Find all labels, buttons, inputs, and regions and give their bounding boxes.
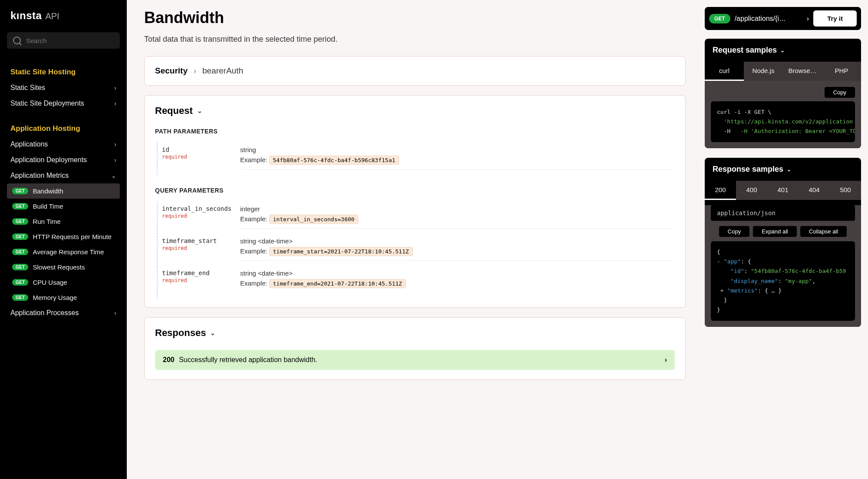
param-name: timeframe_start [162, 237, 240, 244]
param-required: required [162, 154, 240, 160]
tab-nodejs[interactable]: Node.js [744, 62, 783, 81]
param-example: 54fb80af-576c-4fdc-ba4f-b596c83f15a1 [269, 156, 399, 165]
response-200-text: 200 Successfully retrieved application b… [163, 356, 317, 364]
sidebar-sub-avg-response-time[interactable]: GET Average Response Time [7, 244, 120, 259]
search-icon [13, 37, 21, 44]
sidebar-item-static-site-deployments[interactable]: Static Site Deployments › [7, 96, 120, 111]
request-heading[interactable]: Request ⌄ [155, 105, 675, 116]
chevron-right-icon: › [114, 309, 116, 316]
request-samples-header[interactable]: Request samples ⌄ [705, 39, 861, 62]
tryit-method-pill: GET [709, 14, 730, 23]
sidebar-item-label: Static Site Deployments [10, 100, 84, 107]
sidebar-sub-label: CPU Usage [33, 279, 67, 286]
example-label: Example: [240, 215, 267, 223]
sidebar-section-static-site-hosting: Static Site Hosting [7, 64, 120, 80]
chevron-right-icon: › [665, 356, 667, 364]
json-value: "54fb80af-576c-4fdc-ba4f-b59 [751, 268, 846, 274]
chevron-down-icon: ⌄ [210, 329, 215, 336]
method-pill: GET [12, 218, 28, 225]
security-scheme: bearerAuth [202, 66, 243, 76]
responses-panel: Responses ⌄ 200 Successfully retrieved a… [144, 317, 686, 380]
responses-heading[interactable]: Responses ⌄ [155, 327, 675, 339]
chevron-right-icon: › [114, 141, 116, 148]
sidebar-item-label: Application Metrics [10, 172, 69, 180]
page-title: Bandwidth [144, 9, 686, 27]
sidebar-item-application-metrics[interactable]: Application Metrics ⌄ [7, 168, 120, 183]
sidebar-sub-slowest-requests[interactable]: GET Slowest Requests [7, 259, 120, 275]
param-required: required [162, 277, 240, 283]
search-input[interactable] [26, 37, 114, 44]
tryit-button[interactable]: Try it [813, 10, 857, 27]
sidebar-sub-label: Run Time [33, 218, 60, 225]
security-label: Security [155, 66, 188, 76]
request-panel: Request ⌄ PATH PARAMETERS id required st… [144, 95, 686, 308]
sidebar-sub-cpu-usage[interactable]: GET CPU Usage [7, 275, 120, 290]
example-label: Example: [240, 279, 267, 287]
code-line: -H -H 'Authorization: Bearer <YOUR_TOKEN… [717, 128, 855, 134]
sidebar-item-application-processes[interactable]: Application Processes › [7, 305, 120, 321]
tab-200[interactable]: 200 [705, 181, 736, 200]
path-param-id: id required string Example:54fb80af-576c… [157, 143, 675, 175]
query-param-timeframe-end: timeframe_end required string <date-time… [157, 266, 675, 298]
response-200-row[interactable]: 200 Successfully retrieved application b… [155, 350, 675, 370]
sidebar-sub-bandwidth[interactable]: GET Bandwidth [7, 183, 120, 199]
chevron-right-icon: › [114, 156, 116, 163]
sidebar-sub-label: Average Response Time [33, 248, 104, 256]
tab-404[interactable]: 404 [799, 181, 830, 200]
param-name: timeframe_end [162, 269, 240, 276]
copy-button[interactable]: Copy [825, 87, 855, 98]
sidebar-section-application-hosting: Application Hosting [7, 121, 120, 136]
responses-heading-text: Responses [155, 327, 206, 339]
json-value: "my-app" [785, 278, 812, 284]
tryit-bar: GET /applications/{i… › Try it [705, 7, 861, 30]
response-msg: Successfully retrieved application bandw… [179, 356, 317, 363]
sidebar-sub-http-requests[interactable]: GET HTTP Requests per Minute [7, 229, 120, 244]
tab-php[interactable]: PHP [822, 62, 861, 81]
tab-401[interactable]: 401 [767, 181, 799, 200]
sidebar-sub-label: Slowest Requests [33, 263, 85, 271]
page-description: Total data that is transmitted in the se… [144, 35, 686, 44]
param-example: interval_in_seconds=3600 [269, 215, 359, 224]
sidebar-sub-build-time[interactable]: GET Build Time [7, 199, 120, 214]
content-type: application/json [711, 205, 855, 221]
sidebar-sub-memory-usage[interactable]: GET Memory Usage [7, 290, 120, 305]
sidebar-item-static-sites[interactable]: Static Sites › [7, 80, 120, 96]
request-sample-code: curl -i -X GET \ 'https://api.kinsta.com… [711, 101, 855, 142]
sidebar-item-label: Application Deployments [10, 156, 87, 164]
tab-500[interactable]: 500 [830, 181, 861, 200]
sidebar-sub-application-metrics: GET Bandwidth GET Build Time GET Run Tim… [7, 183, 120, 305]
logo: kınsta API [7, 10, 120, 22]
sidebar-item-label: Application Processes [10, 309, 79, 317]
response-samples-tabs: 200 400 401 404 500 [705, 181, 861, 200]
json-key: "metrics" [727, 287, 758, 294]
chevron-down-icon: ⌄ [780, 47, 785, 53]
response-code: 200 [163, 356, 175, 363]
sidebar-sub-label: HTTP Requests per Minute [33, 233, 111, 240]
tab-browser[interactable]: Browse… [783, 62, 822, 81]
sidebar-sub-label: Build Time [33, 203, 63, 210]
sidebar-item-applications[interactable]: Applications › [7, 136, 120, 152]
param-required: required [162, 245, 240, 251]
tab-curl[interactable]: curl [705, 62, 744, 81]
chevron-down-icon: ⌄ [197, 107, 202, 114]
collapse-icon[interactable]: - [717, 257, 721, 266]
sidebar-sub-run-time[interactable]: GET Run Time [7, 214, 120, 229]
expand-icon[interactable]: + [720, 286, 725, 296]
request-samples-tabs: curl Node.js Browse… PHP [705, 62, 861, 81]
param-required: required [162, 213, 240, 219]
copy-button[interactable]: Copy [719, 226, 749, 237]
search-box[interactable] [7, 32, 120, 49]
json-key: "display_name" [730, 278, 778, 284]
tab-400[interactable]: 400 [736, 181, 767, 200]
method-pill: GET [12, 294, 28, 301]
chevron-right-icon: › [807, 15, 809, 23]
request-heading-text: Request [155, 105, 193, 116]
expand-all-button[interactable]: Expand all [753, 226, 797, 237]
sidebar-item-application-deployments[interactable]: Application Deployments › [7, 152, 120, 168]
query-parameters-title: QUERY PARAMETERS [155, 187, 675, 194]
method-pill: GET [12, 233, 28, 240]
query-param-timeframe-start: timeframe_start required string <date-ti… [157, 234, 675, 266]
collapse-all-button[interactable]: Collapse all [800, 226, 847, 237]
response-samples-header[interactable]: Response samples ⌄ [705, 158, 861, 181]
chevron-right-icon: › [114, 84, 116, 91]
